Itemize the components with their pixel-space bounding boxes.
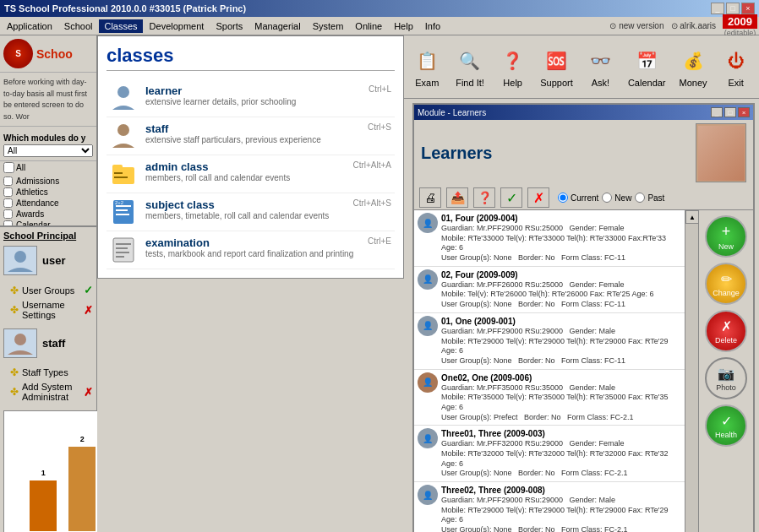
help-icon: ❓ [498,46,528,76]
menu-system[interactable]: System [308,19,349,33]
list-item[interactable]: 👤 01, One (2009-001) Guardian: Mr.PFF290… [414,313,685,370]
modules-dropdown[interactable]: All [3,144,93,157]
learners-content: 👤 01, Four (2009-004) Guardian: Mr.PFF29… [414,210,753,532]
menu-bar: Application School Classes Development S… [0,17,759,35]
photo-button[interactable]: 📷 Photo [705,357,747,399]
svg-rect-9 [116,205,131,207]
all-checkbox[interactable] [3,162,14,173]
exam-icon: 📋 [412,46,442,76]
class-examination[interactable]: examination tests, markbook and report c… [106,231,395,269]
awards-checkbox[interactable] [3,209,13,219]
new-button[interactable]: + New [705,215,747,258]
user-items: ✤ User Groups ✓ ✤ Username Settings ✗ [10,282,93,322]
close-button[interactable]: × [741,3,755,14]
ask-button[interactable]: 👓 Ask! [581,42,620,91]
filter-current[interactable]: Current [558,193,598,203]
filter-new[interactable]: New [602,193,631,203]
list-scrollbar[interactable]: ▲ ▼ [685,210,698,532]
scroll-track[interactable] [685,224,698,532]
filter-past[interactable]: Past [635,193,664,203]
win-controls[interactable]: _ □ × [711,107,750,117]
class-subject-desc: members, timetable, roll call and calend… [145,211,344,220]
support-icon: 🆘 [542,46,572,76]
money-button[interactable]: 💰 Money [674,42,713,91]
svg-rect-6 [114,172,123,174]
module-calendar: Calendar [3,220,93,227]
menu-right: ⊙ new version ⊙ alrik.aaris 2009 (editab… [609,14,757,37]
add-admin-item[interactable]: ✤ Add System Administrat ✗ [10,380,93,404]
maximize-button[interactable]: □ [726,3,740,14]
learners-header: Learners [414,120,753,186]
staff-label: staff [42,337,65,350]
class-staff-desc: extensive staff particulars, previous ex… [145,135,359,144]
print-button[interactable]: 🖨 [419,187,441,208]
support-button[interactable]: 🆘 Support [536,42,577,91]
admin-icon [110,160,137,187]
cancel-learner-button[interactable]: ✗ [527,187,549,208]
bar-educator-rect: 1 [30,480,57,531]
help-label: Help [503,78,522,88]
menu-online[interactable]: Online [350,19,387,33]
change-button[interactable]: ✏ Change [705,263,747,305]
class-learner[interactable]: learner extensive learner details, prior… [106,79,395,117]
exit-icon: ⏻ [721,46,751,76]
class-exam-info: examination tests, markbook and report c… [145,236,359,258]
list-item[interactable]: 👤 01, Four (2009-004) Guardian: Mr.PFF29… [414,210,685,267]
username-settings-item[interactable]: ✤ Username Settings ✗ [10,298,93,322]
menu-school[interactable]: School [59,19,98,33]
current-radio[interactable] [558,193,568,203]
list-item[interactable]: 👤 02, Four (2009-009) Guardian: Mr.PFF26… [414,267,685,313]
title-bar-controls[interactable]: _ □ × [711,3,755,14]
module-list: Admissions Athletics Attendance Awards C… [0,174,96,227]
info-button[interactable]: ❓ [473,187,495,208]
attendance-checkbox[interactable] [3,198,13,208]
win-minimize[interactable]: _ [711,107,723,117]
new-radio[interactable] [602,193,612,203]
calendar-button[interactable]: 📅 Calendar [624,42,670,91]
minimize-button[interactable]: _ [711,3,724,14]
svg-point-0 [14,251,26,263]
class-staff[interactable]: staff extensive staff particulars, previ… [106,117,395,155]
calendar-checkbox[interactable] [3,220,13,227]
health-button[interactable]: ✓ Health [705,404,747,447]
class-subject[interactable]: 2+2 subject class members, timetable, ro… [106,193,395,231]
svg-point-2 [117,86,129,98]
delete-button[interactable]: ✗ Delete [705,310,747,352]
learner-details: Guardian: Mr.PFF29000 RSu:25000 Gender: … [441,224,681,263]
learner-name: Three01, Three (2009-003) [441,428,681,439]
ask-icon: 👓 [585,46,615,76]
past-radio[interactable] [635,193,645,203]
avatar: 👤 [418,485,438,505]
list-item[interactable]: 👤 Three01, Three (2009-003) Guardian: Mr… [414,426,685,482]
list-item[interactable]: 👤 One02, One (2009-006) Guardian: Mr.PFF… [414,370,685,426]
menu-classes[interactable]: Classes [99,19,142,33]
health-icon: ✓ [721,413,732,429]
learner-details: Guardian: Mr.PFF26000 RSu:25000 Gender: … [441,280,681,310]
ok-button[interactable]: ✓ [500,187,522,208]
menu-info[interactable]: Info [420,19,445,33]
exam-button[interactable]: 📋 Exam [407,42,447,91]
exit-button[interactable]: ⏻ Exit [716,42,756,91]
win-close[interactable]: × [738,107,750,117]
export-button[interactable]: 📤 [446,187,468,208]
win-maximize[interactable]: □ [724,107,736,117]
admissions-checkbox[interactable] [3,176,13,186]
list-item[interactable]: 👤 Three02, Three (2009-008) Guardian: Mr… [414,482,685,532]
class-admin[interactable]: admin class members, roll call and calen… [106,155,395,193]
module-awards: Awards [3,209,93,220]
findit-button[interactable]: 🔍 Find It! [450,42,490,91]
menu-development[interactable]: Development [145,19,210,33]
menu-sports[interactable]: Sports [210,19,248,33]
right-panel: 📋 Exam 🔍 Find It! ❓ Help 🆘 Support 👓 Ask… [404,35,759,532]
user-groups-item[interactable]: ✤ User Groups ✓ [10,282,93,298]
staff-types-item[interactable]: ✤ Staff Types [10,365,93,380]
help-button[interactable]: ❓ Help [493,42,532,91]
exit-label: Exit [729,78,744,88]
menu-help[interactable]: Help [389,19,418,33]
athletics-checkbox[interactable] [3,187,13,197]
module-admissions: Admissions [3,176,93,187]
scroll-up-button[interactable]: ▲ [685,210,699,224]
learner-info: 01, Four (2009-004) Guardian: Mr.PFF2900… [441,213,681,263]
menu-application[interactable]: Application [2,19,57,33]
menu-managerial[interactable]: Managerial [249,19,305,33]
